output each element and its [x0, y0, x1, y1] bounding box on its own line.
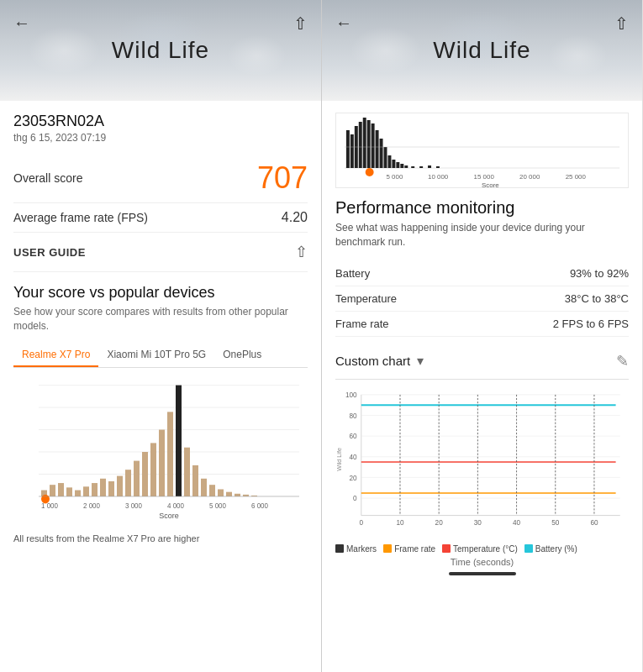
legend-battery-label: Battery (%) — [535, 544, 577, 554]
legend-framerate-dot — [383, 544, 392, 553]
svg-rect-50 — [380, 139, 383, 168]
svg-text:10: 10 — [396, 518, 404, 526]
avg-fps-row: Average frame rate (FPS) 4.20 — [13, 203, 308, 233]
panel-1: ← ⇧ Wild Life 23053RN02A thg 6 15, 2023 … — [0, 0, 321, 672]
bottom-bar — [449, 572, 516, 575]
hero-2: ← ⇧ Wild Life — [322, 0, 642, 101]
panel-2: ← ⇧ Wild Life — [321, 0, 642, 672]
custom-chart-row: Custom chart ▾ ✎ — [335, 344, 629, 380]
tab-oneplus[interactable]: OnePlus — [214, 342, 270, 367]
svg-rect-29 — [235, 493, 240, 496]
legend-framerate-label: Frame rate — [394, 544, 435, 554]
avg-fps-value: 4.20 — [282, 210, 308, 225]
user-guide-row[interactable]: USER GUIDE ⇧ — [13, 233, 308, 272]
svg-text:10 000: 10 000 — [428, 173, 449, 181]
svg-rect-16 — [125, 470, 131, 496]
svg-rect-57 — [411, 166, 414, 168]
edit-icon[interactable]: ✎ — [616, 352, 629, 370]
svg-text:40: 40 — [350, 453, 358, 460]
svg-rect-48 — [372, 123, 375, 168]
performance-chart: 100 80 60 40 20 0 0 10 20 30 40 50 60 Wi… — [335, 388, 629, 539]
svg-rect-17 — [134, 460, 140, 496]
svg-rect-12 — [92, 483, 98, 496]
tab-realme[interactable]: Realme X7 Pro — [13, 342, 98, 367]
tab-xiaomi[interactable]: Xiaomi Mi 10T Pro 5G — [98, 342, 214, 367]
svg-rect-58 — [419, 166, 423, 168]
back-button-2[interactable]: ← — [329, 10, 359, 36]
svg-text:20 000: 20 000 — [519, 173, 540, 181]
svg-rect-23 — [184, 447, 190, 496]
svg-rect-30 — [243, 494, 249, 496]
svg-rect-7 — [50, 485, 55, 496]
score-comparison-chart: 1 000 2 000 3 000 4 000 5 000 6 000 Scor… — [13, 376, 308, 528]
svg-text:0: 0 — [360, 518, 364, 526]
svg-text:15 000: 15 000 — [474, 173, 495, 181]
share-icon-guide[interactable]: ⇧ — [295, 243, 308, 261]
legend-battery-dot — [524, 544, 533, 553]
device-id: 23053RN02A — [13, 113, 308, 130]
svg-text:0: 0 — [353, 495, 357, 502]
custom-chart-select[interactable]: Custom chart ▾ — [335, 353, 424, 369]
svg-rect-55 — [400, 164, 403, 168]
legend-markers-label: Markers — [346, 544, 377, 554]
svg-text:20: 20 — [435, 518, 444, 526]
svg-rect-46 — [363, 118, 366, 168]
hero-title-2: Wild Life — [433, 37, 530, 64]
avg-fps-label: Average frame rate (FPS) — [13, 211, 148, 224]
svg-rect-13 — [100, 478, 106, 496]
svg-text:6 000: 6 000 — [251, 501, 268, 509]
overall-score-row: Overall score 707 — [13, 154, 308, 203]
svg-rect-18 — [142, 452, 148, 496]
svg-text:20: 20 — [350, 474, 358, 481]
legend-framerate: Frame rate — [383, 544, 435, 554]
svg-text:5 000: 5 000 — [209, 501, 226, 509]
temperature-row: Temperature 38°C to 38°C — [335, 286, 629, 312]
device-date: thg 6 15, 2023 07:19 — [13, 132, 308, 144]
user-guide-label: USER GUIDE — [13, 246, 86, 259]
device-tabs: Realme X7 Pro Xiaomi Mi 10T Pro 5G OnePl… — [13, 342, 308, 368]
svg-rect-20 — [159, 429, 165, 496]
overall-score-label: Overall score — [13, 171, 82, 185]
svg-text:50: 50 — [551, 518, 560, 526]
battery-row: Battery 93% to 92% — [335, 261, 629, 286]
framerate-label: Frame rate — [335, 318, 389, 330]
hero-title-1: Wild Life — [112, 37, 209, 64]
svg-rect-45 — [359, 122, 362, 168]
battery-label: Battery — [335, 267, 370, 280]
legend-temperature-dot — [442, 544, 451, 553]
back-button-1[interactable]: ← — [7, 10, 37, 36]
share-button-1[interactable]: ⇧ — [287, 10, 314, 37]
svg-rect-52 — [387, 155, 391, 168]
share-button-2[interactable]: ⇧ — [608, 10, 635, 37]
svg-point-62 — [366, 168, 374, 176]
svg-rect-53 — [392, 160, 395, 168]
svg-rect-24 — [192, 465, 198, 496]
svg-rect-9 — [66, 487, 72, 496]
svg-rect-19 — [150, 443, 156, 496]
custom-chart-label: Custom chart — [335, 354, 410, 368]
svg-rect-49 — [376, 130, 379, 168]
temperature-label: Temperature — [335, 292, 397, 305]
framerate-row: Frame rate 2 FPS to 6 FPS — [335, 312, 629, 337]
svg-text:40: 40 — [513, 518, 521, 526]
svg-text:2 000: 2 000 — [83, 501, 100, 509]
svg-rect-54 — [396, 162, 399, 168]
legend-temperature-label: Temperature (°C) — [453, 544, 518, 554]
svg-rect-42 — [346, 130, 350, 168]
perf-title: Performance monitoring — [335, 198, 629, 218]
svg-text:100: 100 — [345, 391, 357, 399]
vs-devices-title: Your score vs popular devices — [13, 284, 308, 302]
svg-rect-59 — [428, 165, 431, 168]
svg-rect-10 — [75, 490, 81, 496]
svg-rect-25 — [201, 478, 207, 496]
svg-rect-11 — [83, 486, 89, 496]
svg-rect-51 — [384, 147, 387, 168]
svg-text:80: 80 — [350, 412, 358, 419]
time-label: Time (seconds) — [335, 557, 629, 567]
svg-text:30: 30 — [474, 518, 482, 526]
legend-battery: Battery (%) — [524, 544, 577, 554]
hero-1: ← ⇧ Wild Life — [0, 0, 321, 101]
svg-rect-56 — [404, 165, 408, 168]
svg-rect-60 — [436, 166, 440, 168]
svg-text:1 000: 1 000 — [41, 501, 58, 509]
